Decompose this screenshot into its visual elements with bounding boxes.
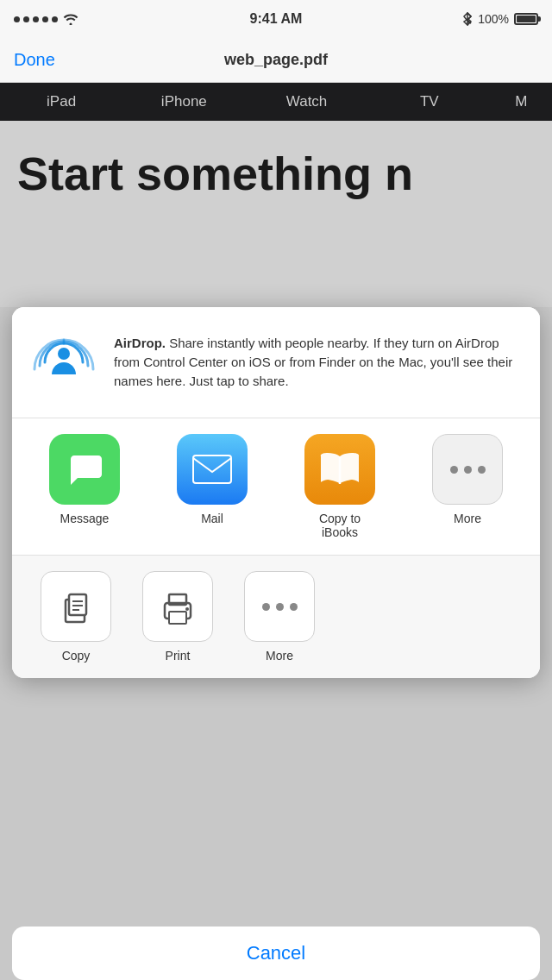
status-right: 100% [462,12,538,26]
more-apps-dots [450,466,486,474]
message-icon-box [49,434,120,505]
airdrop-rings-icon [33,331,95,393]
share-item-mail[interactable]: Mail [160,434,264,525]
share-item-message[interactable]: Message [33,434,136,525]
battery-percent: 100% [478,12,509,26]
message-icon [64,449,105,490]
more-action-icon-box [244,571,315,642]
web-headline: Start something n [0,121,552,200]
airdrop-description: AirDrop. Share instantly with people nea… [114,334,523,390]
ibooks-label: Copy toiBooks [319,512,361,539]
ibooks-icon-box [304,434,375,505]
web-content-background: iPad iPhone Watch TV M Start something n [0,83,552,307]
share-item-more-apps[interactable]: More [416,434,519,525]
share-sheet: AirDrop. Share instantly with people nea… [12,307,540,678]
status-bar: 9:41 AM 100% [0,0,552,38]
more-apps-label: More [454,512,481,525]
signal-dots [14,16,58,22]
mail-icon [191,454,233,485]
action-print[interactable]: Print [135,571,221,663]
print-icon [158,587,198,625]
more-apps-icon-box [432,434,503,505]
mail-icon-box [177,434,248,505]
copy-icon-box [41,571,111,642]
wifi-icon [63,13,78,25]
bluetooth-icon [462,12,473,26]
page-title: web_page.pdf [224,51,328,69]
tab-ipad[interactable]: iPad [0,83,122,121]
actions-row: Copy Print More [12,556,540,678]
svg-rect-1 [193,455,231,483]
print-icon-box [142,571,213,642]
ibooks-icon [318,449,361,489]
tab-more[interactable]: M [491,83,552,121]
svg-point-10 [185,607,189,611]
status-time: 9:41 AM [250,11,303,27]
print-label: Print [166,649,191,663]
action-copy[interactable]: Copy [33,571,119,663]
tab-watch[interactable]: Watch [245,83,367,121]
share-apps-row: Message Mail Copy toiBooks [12,418,540,555]
status-left [14,13,78,25]
airdrop-icon [29,328,98,397]
action-more[interactable]: More [236,571,323,663]
share-item-ibooks[interactable]: Copy toiBooks [288,434,392,539]
copy-icon [57,587,95,625]
more-action-label: More [266,649,293,663]
mail-label: Mail [201,512,223,525]
cancel-button[interactable]: Cancel [12,927,540,980]
web-nav-tabs: iPad iPhone Watch TV M [0,83,552,121]
airdrop-section: AirDrop. Share instantly with people nea… [12,307,540,418]
tab-iphone[interactable]: iPhone [122,83,245,121]
more-action-dots [262,603,298,611]
copy-label: Copy [62,649,91,663]
message-label: Message [60,512,110,525]
nav-bar: Done web_page.pdf [0,38,552,83]
tab-tv[interactable]: TV [368,83,491,121]
svg-rect-8 [169,612,186,624]
done-button[interactable]: Done [14,50,55,70]
cancel-label: Cancel [247,942,305,964]
svg-point-0 [58,348,70,360]
battery-icon [514,13,538,25]
